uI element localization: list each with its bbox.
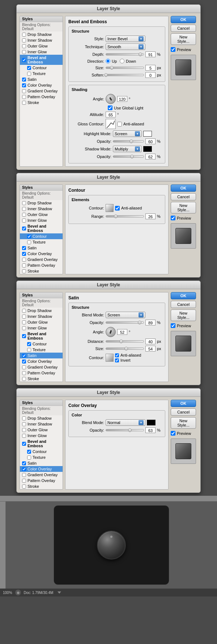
contour-mini-thumb[interactable] (106, 204, 114, 212)
style-drop-shadow[interactable]: Drop Shadow (20, 32, 63, 37)
style-inner-shadow-3[interactable]: Inner Shadow (20, 313, 63, 319)
contour-check[interactable] (27, 66, 31, 70)
style-drop-shadow-4[interactable]: Drop Shadow (20, 415, 63, 421)
ok-button-1[interactable]: OK (171, 16, 196, 23)
soften-slider[interactable] (106, 74, 144, 76)
style-pattern-overlay[interactable]: Pattern Overlay (20, 94, 63, 100)
style-stroke-2[interactable]: Stroke (20, 268, 63, 274)
style-bevel-emboss-3[interactable]: Bevel and Emboss (20, 331, 63, 341)
style-drop-shadow-3[interactable]: Drop Shadow (20, 308, 63, 313)
style-gradient-overlay-3[interactable]: Gradient Overlay (20, 364, 63, 370)
color-opacity-slider[interactable] (106, 429, 144, 431)
style-stroke-4[interactable]: Stroke (20, 483, 63, 489)
style-color-overlay-4[interactable]: Color Overlay (20, 466, 63, 472)
style-outer-glow-2[interactable]: Outer Glow (20, 212, 63, 217)
knob[interactable] (97, 531, 126, 560)
satin-blend-dropdown[interactable]: Screen ▼ (106, 312, 145, 318)
satin-size-slider[interactable] (106, 348, 144, 350)
style-dropdown[interactable]: Inner Bevel ▼ (106, 36, 145, 42)
ok-button-2[interactable]: OK (171, 184, 196, 192)
style-contour[interactable]: Contour (20, 65, 63, 71)
style-contour-4[interactable]: Contour (20, 449, 63, 454)
texture-check[interactable] (27, 72, 31, 76)
satin-distance-slider[interactable] (106, 340, 144, 342)
style-texture-3[interactable]: Texture (20, 347, 63, 353)
highlight-opacity-slider[interactable] (113, 140, 144, 142)
highlight-color-swatch[interactable] (143, 131, 152, 137)
style-pattern-overlay-2[interactable]: Pattern Overlay (20, 262, 63, 268)
style-inner-glow[interactable]: Inner Glow (20, 49, 63, 55)
cancel-button-4[interactable]: Cancel (171, 408, 196, 416)
global-light-check[interactable] (108, 105, 112, 110)
color-overlay-check[interactable] (22, 83, 26, 87)
satin-check[interactable] (22, 78, 26, 82)
outer-glow-check[interactable] (22, 44, 26, 48)
inner-shadow-check[interactable] (22, 38, 26, 42)
style-stroke-3[interactable]: Stroke (20, 376, 63, 382)
depth-value[interactable]: 91 (145, 51, 156, 57)
style-inner-shadow-2[interactable]: Inner Shadow (20, 206, 63, 212)
cancel-button-2[interactable]: Cancel (171, 193, 196, 200)
style-satin-3[interactable]: Satin (20, 353, 63, 358)
style-gradient-overlay[interactable]: Gradient Overlay (20, 88, 63, 94)
scroll-arrow-icon[interactable] (58, 591, 61, 594)
down-radio-group[interactable]: Down (120, 59, 136, 63)
depth-slider[interactable] (106, 53, 144, 55)
color-opacity-value[interactable]: 63 (145, 427, 156, 433)
style-inner-glow-2[interactable]: Inner Glow (20, 217, 63, 223)
range-slider[interactable] (106, 215, 144, 217)
technique-dropdown[interactable]: Smooth ▼ (106, 43, 145, 50)
pattern-overlay-check[interactable] (22, 95, 26, 99)
style-inner-shadow[interactable]: Inner Shadow (20, 37, 63, 43)
inner-glow-check[interactable] (22, 50, 26, 54)
satin-angle-value[interactable]: 52 (117, 329, 127, 335)
soften-value[interactable]: 0 (145, 72, 156, 78)
style-color-overlay-2[interactable]: Color Overlay (20, 251, 63, 257)
preview-check-4[interactable] (171, 431, 175, 436)
drop-shadow-check[interactable] (22, 33, 26, 37)
style-inner-glow-3[interactable]: Inner Glow (20, 325, 63, 331)
style-drop-shadow-2[interactable]: Drop Shadow (20, 200, 63, 206)
style-contour-2[interactable]: Contour (20, 233, 63, 239)
style-gradient-overlay-2[interactable]: Gradient Overlay (20, 257, 63, 262)
style-bevel-emboss-4[interactable]: Bevel and Emboss (20, 439, 63, 449)
satin-size-value[interactable]: 54 (145, 346, 156, 352)
style-texture-2[interactable]: Texture (20, 239, 63, 245)
shadow-color-swatch[interactable] (143, 146, 152, 152)
bevel-emboss-check[interactable] (22, 58, 26, 62)
new-style-button-2[interactable]: New Style... (171, 202, 196, 213)
color-blend-dropdown[interactable]: Normal ▼ (106, 419, 145, 426)
style-bevel-emboss[interactable]: Bevel and Emboss (20, 55, 63, 65)
gradient-overlay-check[interactable] (22, 89, 26, 93)
new-style-button-3[interactable]: New Style... (171, 309, 196, 321)
satin-opacity-slider[interactable] (106, 321, 144, 324)
anti-aliased-check-2[interactable] (115, 206, 120, 211)
shadow-mode-dropdown[interactable]: Multiply ▼ (113, 146, 142, 152)
preview-check-1[interactable] (171, 47, 175, 52)
shadow-opacity-slider[interactable] (113, 155, 144, 158)
style-satin-4[interactable]: Satin (20, 460, 63, 466)
shadow-opacity-value[interactable]: 62 (145, 154, 156, 159)
anti-aliased-check[interactable] (117, 122, 122, 126)
style-contour-3[interactable]: Contour (20, 341, 63, 347)
cancel-button-1[interactable]: Cancel (171, 25, 196, 32)
angle-value[interactable]: 120 (117, 96, 127, 102)
satin-contour-thumb[interactable] (106, 354, 114, 362)
color-overlay-swatch[interactable] (147, 420, 156, 425)
highlight-opacity-value[interactable]: 60 (145, 138, 156, 144)
style-outer-glow[interactable]: Outer Glow (20, 43, 63, 49)
zoom-icon[interactable]: ⊕ (15, 590, 21, 595)
style-outer-glow-4[interactable]: Outer Glow (20, 427, 63, 433)
preview-check-2[interactable] (171, 216, 175, 220)
altitude-value[interactable]: 65 (106, 112, 116, 117)
angle-dial[interactable] (106, 94, 116, 104)
new-style-button-4[interactable]: New Style... (171, 417, 196, 429)
style-stroke[interactable]: Stroke (20, 100, 63, 105)
style-bevel-emboss-2[interactable]: Bevel and Emboss (20, 223, 63, 233)
style-satin-2[interactable]: Satin (20, 245, 63, 251)
stroke-check[interactable] (22, 101, 26, 105)
direction-up-radio[interactable] (106, 59, 110, 63)
style-gradient-overlay-4[interactable]: Gradient Overlay (20, 472, 63, 478)
style-satin[interactable]: Satin (20, 76, 63, 82)
style-inner-glow-4[interactable]: Inner Glow (20, 433, 63, 439)
